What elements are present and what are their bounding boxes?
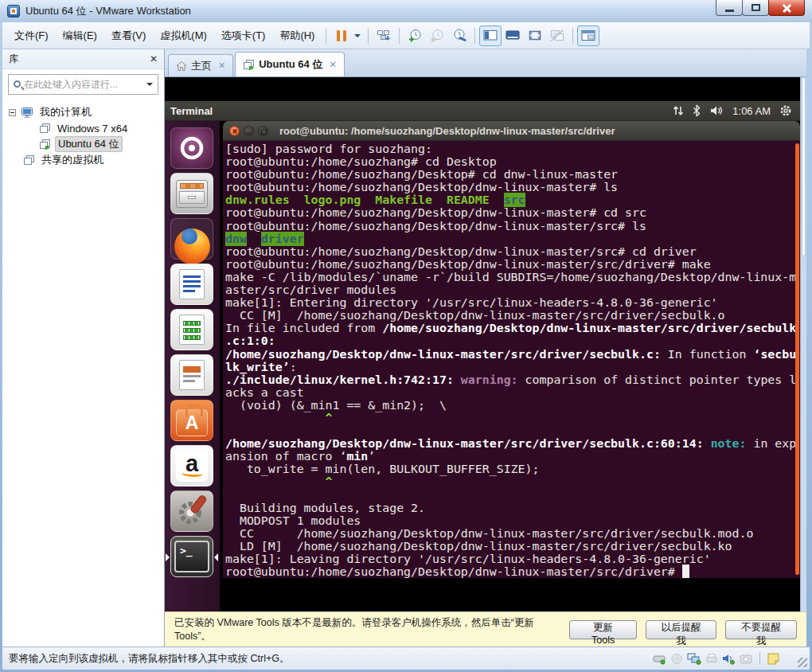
ctrl-alt-del-button[interactable]	[373, 25, 395, 46]
launcher-libreoffice-calc-icon[interactable]	[170, 309, 213, 350]
terminal-minimize-icon[interactable]	[244, 126, 254, 136]
ctrl-alt-del-icon	[377, 29, 391, 42]
snapshot-manager-button[interactable]	[448, 25, 470, 46]
minimize-button[interactable]	[716, 0, 743, 16]
terminal-line: root@ubuntu:/home/suozhang/Desktop# cd d…	[225, 168, 800, 181]
library-close-icon[interactable]: ✕	[150, 54, 158, 64]
terminal-title: root@ubuntu: /home/suozhang/Desktop/dnw-…	[279, 125, 615, 137]
terminal-line: ^	[225, 412, 800, 424]
tabbar: 主页✕Ubuntu 64 位✕	[165, 49, 806, 77]
menubar: 文件(F)编辑(E)查看(V)虚拟机(M)选项卡(T)帮助(H)	[2, 22, 810, 49]
suspend-dropdown-icon[interactable]	[354, 34, 361, 41]
terminal-line: dnw.rules logo.png Makefile README src	[225, 193, 800, 206]
unity-mode-button[interactable]	[546, 25, 568, 46]
show-library-button[interactable]	[479, 25, 502, 46]
network-adapter-icon[interactable]	[687, 653, 701, 665]
search-icon	[14, 80, 21, 88]
terminal-line: ./include/linux/kernel.h:742:17: warning…	[225, 373, 800, 386]
pause-icon	[343, 30, 346, 41]
terminal-output[interactable]: [sudo] password for suozhang: root@ubunt…	[223, 141, 800, 578]
maximize-button[interactable]	[742, 0, 769, 16]
terminal-maximize-icon[interactable]	[258, 126, 268, 136]
launcher-system-settings-icon[interactable]	[170, 490, 213, 532]
hard-disk-icon[interactable]	[653, 653, 666, 665]
menu-item-0[interactable]: 文件(F)	[7, 25, 56, 47]
remind-later-button[interactable]: 以后提醒我	[646, 620, 717, 639]
menu-item-3[interactable]: 虚拟机(M)	[153, 25, 214, 47]
take-snapshot-button[interactable]	[404, 25, 426, 46]
launcher-libreoffice-writer-icon[interactable]	[170, 264, 213, 305]
menu-item-1[interactable]: 编辑(E)	[56, 25, 104, 47]
guest-console[interactable]: Terminal 1:06 AM Aa>_ root@ubuntu: /home…	[165, 77, 806, 611]
terminal-scrollbar[interactable]	[795, 143, 799, 575]
network-arrows-icon[interactable]	[673, 104, 684, 117]
menu-item-4[interactable]: 选项卡(T)	[214, 25, 273, 47]
expander-minus-icon[interactable]	[9, 109, 16, 116]
terminal-close-icon[interactable]	[229, 126, 240, 136]
tab-home[interactable]: 主页✕	[168, 54, 233, 76]
terminal-line: .c:1:0:	[225, 334, 800, 347]
message-note-icon[interactable]	[767, 653, 779, 665]
menu-item-2[interactable]: 查看(V)	[104, 25, 153, 47]
terminal-titlebar[interactable]: root@ubuntu: /home/suozhang/Desktop/dnw-…	[223, 121, 800, 141]
vmware-logo-icon	[7, 5, 20, 18]
suspend-button[interactable]	[330, 25, 353, 46]
window-title: Ubuntu 64 位 - VMware Workstation	[25, 4, 191, 18]
terminal-line: (void) (&_min1 == &_min2); \	[225, 399, 800, 412]
fullscreen-button[interactable]	[524, 25, 546, 46]
panel-clock[interactable]: 1:06 AM	[732, 105, 771, 117]
tab-close-icon[interactable]: ✕	[329, 60, 336, 70]
tree-item-ubuntu-64[interactable]: Ubuntu 64 位	[2, 136, 164, 152]
statusbar: 要将输入定向到该虚拟机，请将鼠标指针移入其中或按 Ctrl+G。	[2, 647, 810, 670]
tree-item-label: 共享的虚拟机	[39, 152, 106, 168]
launcher-ubuntu-software-icon[interactable]: A	[170, 400, 213, 441]
terminal-line: Building modules, stage 2.	[225, 502, 800, 514]
library-title: 库	[9, 53, 19, 66]
resize-grip[interactable]	[798, 658, 807, 667]
revert-snapshot-button[interactable]	[426, 25, 448, 46]
vmware-tools-bar: 已安装的 VMware Tools 版本不是最新的。请登录客户机操作系统，然后单…	[165, 611, 806, 647]
terminal-line: to_write = min(len, BULKOUT_BUFFER_SIZE)…	[225, 463, 800, 475]
volume-icon[interactable]	[709, 104, 724, 117]
never-remind-button[interactable]: 不要提醒我	[725, 620, 797, 639]
tree-item-my-computer[interactable]: 我的计算机	[2, 104, 164, 120]
launcher-firefox-icon[interactable]	[170, 218, 213, 260]
launcher-files-icon[interactable]	[170, 173, 213, 214]
close-button[interactable]	[768, 0, 805, 16]
tab-close-icon[interactable]: ✕	[218, 61, 225, 71]
tab-label: 主页	[191, 59, 212, 73]
launcher-ubuntu-dash-icon[interactable]	[170, 127, 213, 169]
camera-icon[interactable]	[740, 653, 752, 665]
terminal-line	[225, 424, 800, 437]
panel-indicators: 1:06 AM	[673, 104, 792, 117]
session-gear-icon[interactable]	[779, 104, 792, 117]
search-dropdown-icon[interactable]	[146, 83, 153, 89]
tools-message: 已安装的 VMware Tools 版本不是最新的。请登录客户机操作系统，然后单…	[174, 616, 569, 643]
console-scrollbar-thumb[interactable]	[802, 77, 806, 256]
launcher-libreoffice-impress-icon[interactable]	[170, 354, 213, 396]
sound-icon[interactable]	[722, 653, 736, 665]
menu-item-5[interactable]: 帮助(H)	[272, 25, 322, 47]
tree-item-windows-7-x64[interactable]: Windows 7 x64	[2, 120, 164, 136]
console-scrollbar[interactable]	[800, 77, 806, 611]
launcher-terminal-icon[interactable]: >_	[170, 536, 213, 577]
statusbar-separator	[759, 652, 760, 665]
tree-item-shared-vms[interactable]: 共享的虚拟机	[2, 152, 164, 168]
status-icons	[653, 652, 779, 665]
tab-ubuntu-64[interactable]: Ubuntu 64 位✕	[235, 52, 344, 76]
update-tools-button[interactable]: 更新 Tools	[569, 620, 637, 639]
printer-icon[interactable]	[705, 653, 718, 665]
search-input[interactable]	[24, 79, 145, 90]
toolbar-separator	[368, 28, 369, 44]
terminal-cursor	[682, 565, 689, 578]
show-thumbnail-bar-button[interactable]	[577, 25, 599, 46]
terminal-line: lk_write’:	[225, 361, 800, 373]
vmrun-icon	[39, 139, 51, 150]
cd-rom-icon[interactable]	[670, 653, 683, 665]
window-controls	[716, 0, 805, 16]
vm-tree: 我的计算机Windows 7 x64Ubuntu 64 位共享的虚拟机	[2, 98, 164, 168]
console-view-button[interactable]	[502, 25, 524, 46]
bluetooth-icon[interactable]	[693, 104, 701, 117]
launcher-amazon-icon[interactable]: a	[170, 445, 213, 486]
vm-icon	[39, 123, 51, 135]
